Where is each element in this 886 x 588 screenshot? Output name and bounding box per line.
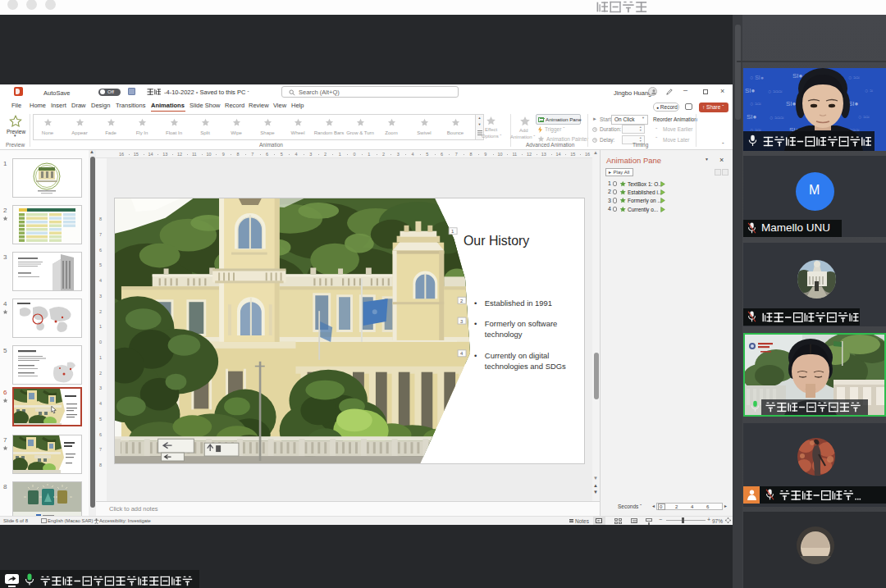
svg-text:○ ≈≈: ○ ≈≈ bbox=[858, 114, 870, 120]
svg-text:SI●: SI● bbox=[786, 100, 797, 107]
svg-text:SI●: SI● bbox=[745, 87, 756, 94]
svg-text:○ ≈≈: ○ ≈≈ bbox=[750, 101, 761, 107]
svg-text:Established in 1991: Established in 1991 bbox=[485, 299, 552, 308]
svg-text:○ SI●: ○ SI● bbox=[750, 75, 764, 80]
svg-text:SI●: SI● bbox=[792, 72, 803, 80]
svg-text:○ ≈≈: ○ ≈≈ bbox=[848, 75, 860, 80]
svg-text:Our History: Our History bbox=[464, 234, 529, 248]
svg-text:technologies and SDGs: technologies and SDGs bbox=[485, 362, 566, 371]
svg-text:technology: technology bbox=[485, 330, 523, 339]
svg-text:•: • bbox=[474, 351, 477, 360]
svg-text:•: • bbox=[474, 299, 477, 308]
svg-text:○ ≈: ○ ≈ bbox=[865, 88, 873, 93]
svg-text:○ ≈≈≈: ○ ≈≈≈ bbox=[768, 89, 783, 94]
svg-text:•: • bbox=[474, 319, 477, 328]
svg-text:Currently on digital: Currently on digital bbox=[485, 351, 550, 360]
svg-text:Formerly on software: Formerly on software bbox=[485, 319, 557, 328]
svg-text:SI●: SI● bbox=[747, 113, 757, 121]
svg-text:○ ≈≈≈: ○ ≈≈≈ bbox=[770, 115, 784, 121]
